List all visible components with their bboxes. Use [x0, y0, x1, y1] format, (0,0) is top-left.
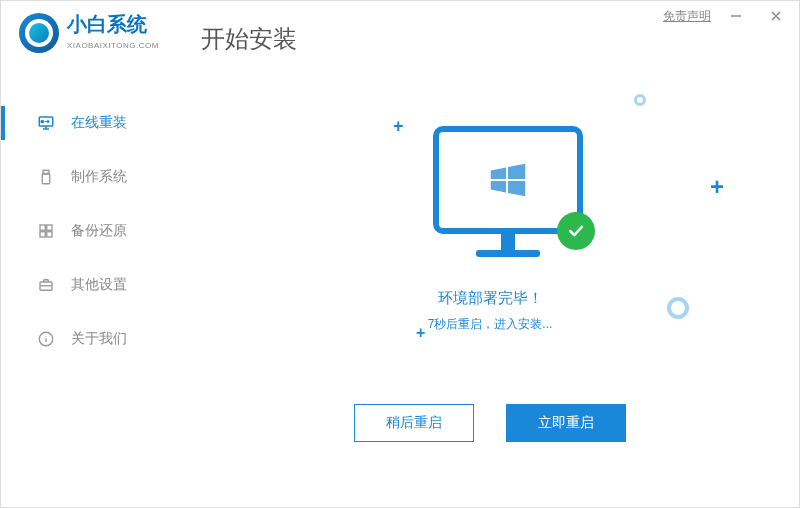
- restart-now-button[interactable]: 立即重启: [506, 404, 626, 442]
- svg-rect-14: [47, 232, 52, 237]
- success-check-icon: [557, 212, 595, 250]
- info-icon: [37, 330, 55, 348]
- logo-subtitle: XIAOBAIXITONG.COM: [67, 41, 159, 50]
- main-content: + + + 环境部署完毕！ 7秒后重启，进入安装... 稍后重启 立即重启: [201, 91, 779, 487]
- windows-icon: [485, 157, 531, 203]
- titlebar: 免责声明: [663, 1, 799, 31]
- sidebar-item-about[interactable]: 关于我们: [1, 312, 191, 366]
- sidebar-item-label: 制作系统: [71, 168, 127, 186]
- logo-title: 小白系统: [67, 14, 159, 34]
- plus-icon: +: [393, 116, 404, 137]
- page-title: 开始安装: [201, 23, 297, 55]
- minimize-button[interactable]: [721, 1, 751, 31]
- monitor-icon: [37, 114, 55, 132]
- circle-icon: [634, 94, 646, 106]
- sidebar-item-reinstall[interactable]: 在线重装: [1, 96, 191, 150]
- sidebar-item-label: 其他设置: [71, 276, 127, 294]
- disclaimer-link[interactable]: 免责声明: [663, 8, 711, 25]
- svg-rect-13: [40, 232, 45, 237]
- logo: 小白系统 XIAOBAIXITONG.COM: [19, 13, 159, 53]
- monitor-illustration: [433, 126, 583, 274]
- status-main: 环境部署完毕！: [201, 289, 779, 308]
- usb-icon: [37, 168, 55, 186]
- sidebar-item-label: 在线重装: [71, 114, 127, 132]
- svg-rect-8: [42, 174, 50, 184]
- plus-icon: +: [710, 173, 724, 201]
- svg-rect-11: [40, 225, 45, 230]
- close-button[interactable]: [761, 1, 791, 31]
- sidebar-item-label: 备份还原: [71, 222, 127, 240]
- sidebar-item-backup[interactable]: 备份还原: [1, 204, 191, 258]
- svg-point-6: [41, 120, 43, 122]
- sidebar-item-settings[interactable]: 其他设置: [1, 258, 191, 312]
- grid-icon: [37, 222, 55, 240]
- briefcase-icon: [37, 276, 55, 294]
- sidebar: 在线重装 制作系统 备份还原 其他设置 关于我们: [1, 96, 191, 366]
- status-sub: 7秒后重启，进入安装...: [201, 316, 779, 333]
- status-text: 环境部署完毕！ 7秒后重启，进入安装...: [201, 289, 779, 333]
- restart-later-button[interactable]: 稍后重启: [354, 404, 474, 442]
- button-row: 稍后重启 立即重启: [201, 404, 779, 442]
- svg-rect-12: [47, 225, 52, 230]
- logo-icon: [19, 13, 59, 53]
- sidebar-item-makesys[interactable]: 制作系统: [1, 150, 191, 204]
- sidebar-item-label: 关于我们: [71, 330, 127, 348]
